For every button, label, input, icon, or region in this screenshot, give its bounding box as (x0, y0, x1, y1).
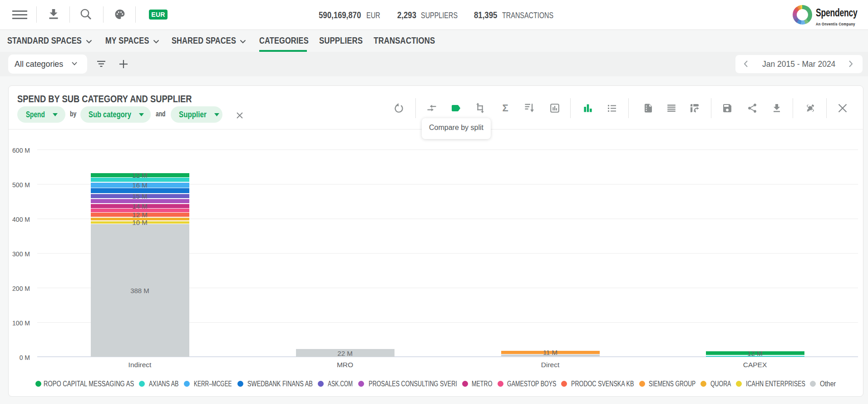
svg-text:Σ: Σ (502, 103, 508, 114)
